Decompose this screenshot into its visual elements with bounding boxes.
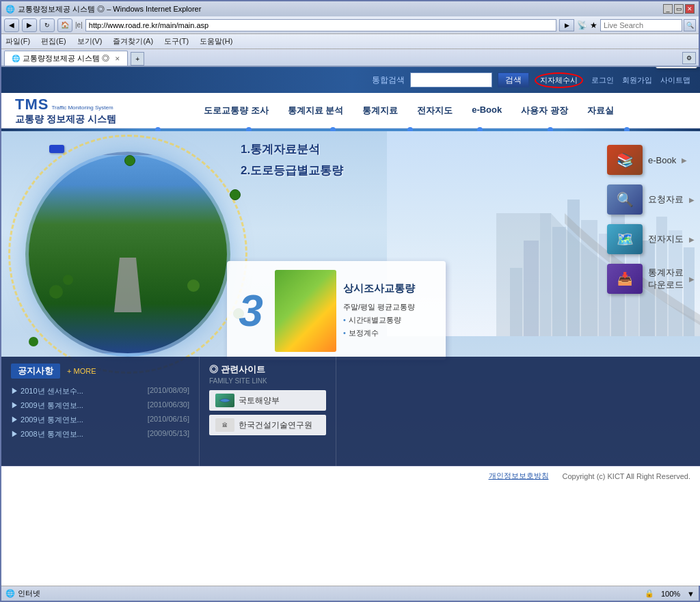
notice-item-3[interactable]: ▶ 2009년 통계연보... [2010/06/16] [11, 413, 189, 427]
tree-1 [49, 285, 63, 299]
related-sub: FAMILY SITE LINK [209, 377, 326, 385]
ebook-label: e-Book [648, 155, 676, 165]
rss-icon: 📡 [577, 20, 587, 30]
tree-2 [63, 275, 73, 285]
stats-link-1[interactable]: 1.통계자료분석 [241, 141, 446, 157]
title-bar-buttons: _ ▭ ✕ [663, 4, 695, 14]
refresh-button[interactable]: ↻ [40, 18, 55, 32]
menu-favorites[interactable]: 즐겨찾기(A) [113, 36, 153, 46]
nav-stats-analysis[interactable]: 통계지료 분석 [288, 105, 344, 117]
address-input[interactable] [85, 19, 556, 31]
orbit-tree-2 [230, 189, 241, 200]
zoom-btn[interactable]: ▼ [687, 590, 695, 598]
copyright: Copyright (c) KICT All Right Reserved. [563, 472, 690, 480]
traffic-title: 상시조사교통량 [343, 282, 439, 295]
right-menu-ebook[interactable]: 📚 e-Book ▶ [607, 145, 695, 175]
nav-ebook[interactable]: e-Book [472, 105, 502, 117]
menu-view[interactable]: 보기(V) [77, 36, 103, 46]
notice-item-2[interactable]: ▶ 2009년 통계연보... [2010/06/30] [11, 398, 189, 413]
menu-bar: 파일(F) 편집(E) 보기(V) 즐겨찾기(A) 도구(T) 도움말(H) [1, 34, 699, 49]
tree-3 [187, 279, 200, 292]
ebook-icon-box: 📚 [607, 145, 643, 175]
privacy-link[interactable]: 개인정보보호방침 [489, 471, 549, 481]
traffic-item-1: 주말/평일 평균교통량 [343, 301, 439, 314]
site-topbar: 통합검색 검색 지자체수시 Click!! 로그인 회원가입 사이트맵 [1, 67, 700, 93]
menu-help[interactable]: 도움말(H) [200, 36, 232, 46]
topnav-login[interactable]: 로그인 [591, 75, 614, 85]
nav-user-plaza[interactable]: 사용자 광장 [521, 105, 568, 117]
orbit-tree-4 [29, 337, 38, 346]
notice-more-btn[interactable]: + MORE [67, 367, 96, 375]
orbit-tree-1 [124, 155, 135, 166]
notice-list: ▶ 2010년 센서보수... [2010/08/09] ▶ 2009년 통계연… [11, 384, 189, 441]
lower-dark-panel: 공지사항 + MORE ▶ 2010년 센서보수... [2010/08/09]… [1, 357, 700, 466]
back-button[interactable]: ◀ [4, 18, 19, 32]
right-menu-emap[interactable]: 🗺️ 전자지도 ▶ [607, 224, 695, 254]
traffic-section: 3 상시조사교통량 주말/평일 평균교통량 •시간대별교통량 •보정계수 [227, 261, 446, 360]
search-label: 통합검색 [372, 74, 405, 86]
request-icon-box: 🔍 [607, 184, 643, 215]
request-label: 요청자료 [648, 193, 684, 206]
site-topnav: 지자체수시 Click!! 로그인 회원가입 사이트맵 [535, 72, 690, 88]
go-button[interactable]: ▶ [559, 19, 574, 31]
tab-main[interactable]: 🌐 교통량정보제공 시스템 ◎ ✕ [4, 51, 128, 66]
browser-search-button[interactable]: 🔍 [684, 19, 696, 31]
related-link-2-text: 한국건설기술연구원 [239, 420, 312, 431]
nav-road-survey[interactable]: 도로교통량 조사 [204, 105, 269, 117]
status-text: 🌐 인터넷 [5, 588, 639, 599]
home-button[interactable]: 🏠 [57, 18, 72, 32]
left-circle-container [8, 135, 247, 374]
menu-tools[interactable]: 도구(T) [164, 36, 189, 46]
browser-search-input[interactable] [600, 19, 682, 31]
minimize-button[interactable]: _ [663, 4, 673, 14]
download-arrow: ▶ [689, 275, 695, 283]
topnav-지자체수시[interactable]: 지자체수시 [535, 72, 583, 88]
topnav-sitemap[interactable]: 사이트맵 [660, 75, 690, 85]
notice-date-3: [2010/06/16] [148, 415, 189, 425]
menu-file[interactable]: 파일(F) [5, 36, 30, 46]
tab-close-icon[interactable]: ✕ [115, 55, 120, 62]
download-label: 통계자료다운로드 [648, 266, 684, 291]
car-on-orbit [49, 145, 64, 153]
forward-button[interactable]: ▶ [22, 18, 37, 32]
site-main: 1.통계자료분석 2.도로등급별교통량 3 상시조사교통량 주말/평일 평균교통… [1, 131, 700, 466]
notice-text-2: ▶ 2009년 통계연보... [11, 400, 83, 411]
notice-item-4[interactable]: ▶ 2008년 통계연보... [2009/05/13] [11, 427, 189, 441]
site-logo: TMS Traffic Monitoring System 교통량 정보제공 시… [15, 96, 116, 126]
address-label: |e| [75, 21, 83, 29]
menu-edit[interactable]: 편집(E) [41, 36, 66, 46]
restore-button[interactable]: ▭ [674, 4, 684, 14]
related-title: ◎ 관련사이트 [209, 364, 326, 376]
road-in-circle [114, 258, 142, 312]
related-link-2-icon: 🏛 [215, 418, 234, 432]
related-link-2[interactable]: 🏛 한국건설기술연구원 [209, 415, 326, 435]
emap-arrow: ▶ [689, 236, 695, 243]
new-tab-button[interactable]: + [131, 52, 144, 66]
close-button[interactable]: ✕ [685, 4, 695, 14]
stats-links-panel: 1.통계자료분석 2.도로등급별교통량 [241, 141, 446, 178]
logo-ko: 교통량 정보제공 시스템 [15, 113, 116, 126]
nav-stats-data[interactable]: 통계지료 [362, 105, 398, 117]
traffic-item-3: •보정계수 [343, 327, 439, 340]
nav-emap[interactable]: 전자지도 [417, 105, 453, 117]
site-search-input[interactable] [410, 72, 492, 87]
traffic-list: 주말/평일 평균교통량 •시간대별교통량 •보정계수 [343, 301, 439, 340]
notice-item-1[interactable]: ▶ 2010년 센서보수... [2010/08/09] [11, 384, 189, 398]
stats-link-2[interactable]: 2.도로등급별교통량 [241, 163, 446, 178]
site-search-button[interactable]: 검색 [498, 72, 529, 87]
notice-date-4: [2009/05/13] [148, 429, 189, 439]
download-icon-box: 📥 [607, 264, 643, 294]
logo-tms: TMS [15, 96, 49, 113]
right-menu-request[interactable]: 🔍 요청자료 ▶ [607, 184, 695, 215]
nav-archive[interactable]: 자료실 [587, 105, 614, 117]
tab-settings-button[interactable]: ⚙ [682, 52, 696, 64]
ebook-arrow: ▶ [682, 156, 687, 164]
related-link-1[interactable]: 국토해양부 [209, 390, 326, 411]
browser-favicon: 🌐 [5, 5, 15, 14]
topnav-join[interactable]: 회원가입 [622, 75, 652, 85]
emap-icon-box: 🗺️ [607, 224, 643, 254]
notice-text-4: ▶ 2008년 통계연보... [11, 429, 83, 439]
zoom-level: 100% [661, 590, 680, 598]
right-menu-download[interactable]: 📥 통계자료다운로드 ▶ [607, 264, 695, 294]
nav-bar: ◀ ▶ ↻ 🏠 |e| ▶ 📡 ★ 🔍 [1, 16, 699, 34]
